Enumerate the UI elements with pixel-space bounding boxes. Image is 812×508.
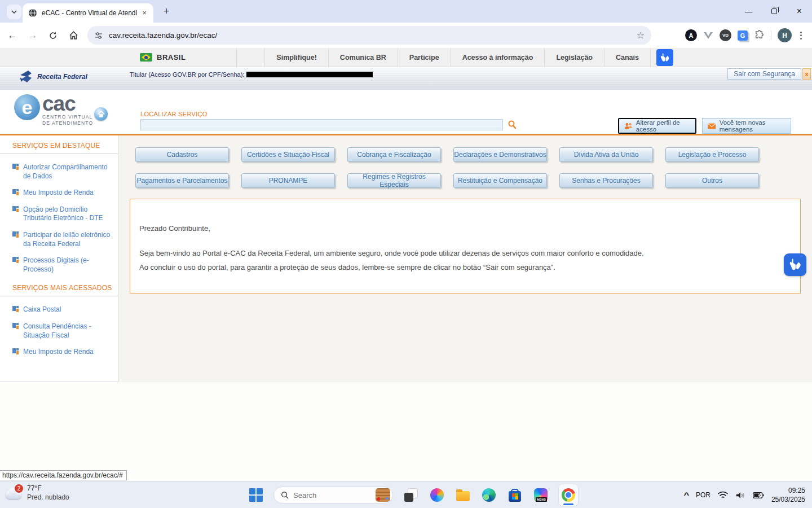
browser-menu-button[interactable]: [798, 29, 804, 42]
tab-close-icon[interactable]: ×: [140, 8, 149, 17]
search-highlight-image[interactable]: [376, 488, 390, 502]
sidebar-item-meu-imposto-renda-2[interactable]: Meu Imposto de Renda: [12, 348, 112, 357]
restore-icon: [771, 8, 777, 14]
home-icon: [69, 30, 78, 40]
category-regimes[interactable]: Regimes e Registros Especiais: [347, 173, 441, 188]
address-bar[interactable]: cav.receita.fazenda.gov.br/ecac/ ☆: [87, 26, 651, 45]
m365-icon: M365: [534, 488, 548, 502]
libras-accessibility-button[interactable]: [656, 49, 673, 66]
service-search-button[interactable]: [506, 119, 518, 131]
sidebar-item-meu-imposto-renda[interactable]: Meu Imposto de Renda: [12, 189, 112, 198]
service-grid-icon: [12, 257, 19, 263]
welcome-greeting: Prezado Contribuinte,: [139, 224, 789, 233]
cloud-icon: 2: [5, 487, 24, 500]
m365-badge: M365: [536, 497, 547, 502]
govbr-link-simplifique[interactable]: Simplifique!: [264, 48, 328, 67]
localizar-servico-input[interactable]: [140, 119, 503, 130]
start-button[interactable]: [249, 488, 263, 502]
taskbar-clock[interactable]: 09:25 25/03/2025: [771, 486, 805, 504]
category-cadastros[interactable]: Cadastros: [135, 147, 229, 162]
new-messages-label: Você tem novas mensagens: [720, 119, 785, 133]
govbr-link-acesso-informacao[interactable]: Acesso à informação: [451, 48, 545, 67]
service-grid-icon: [12, 323, 19, 329]
receita-federal-logo-text: Receita Federal: [37, 73, 87, 81]
back-button[interactable]: ←: [5, 28, 20, 43]
logout-close-button[interactable]: x: [802, 68, 811, 80]
extensions-puzzle-icon[interactable]: [754, 30, 765, 41]
category-senhas[interactable]: Senhas e Procurações: [559, 173, 653, 188]
v-extension-icon[interactable]: [703, 32, 713, 40]
sidebar-item-autorizar-compartilhamento[interactable]: Autorizar Compartilhamento de Dados: [12, 163, 112, 181]
service-grid-icon: [12, 206, 19, 212]
category-pagamentos[interactable]: Pagamentos e Parcelamentos: [135, 173, 229, 188]
browser-tab[interactable]: eCAC - Centro Virtual de Atendi ×: [23, 3, 153, 23]
category-declaracoes[interactable]: Declarações e Demonstrativos: [453, 147, 547, 162]
volume-icon[interactable]: [735, 491, 745, 500]
sidebar-item-label: Consulta Pendências - Situação Fiscal: [23, 322, 112, 340]
service-grid-icon: [12, 189, 19, 195]
close-window-button[interactable]: ×: [787, 0, 812, 23]
sidebar-item-consulta-pendencias[interactable]: Consulta Pendências - Situação Fiscal: [12, 322, 112, 340]
category-cobranca[interactable]: Cobrança e Fiscalização: [347, 147, 441, 162]
new-messages-button[interactable]: Você tem novas mensagens: [702, 118, 791, 134]
receita-federal-emblem-icon: [19, 70, 34, 84]
titular-label: Titular (Acesso GOV.BR por CPF/Senha):: [130, 71, 244, 78]
wifi-icon[interactable]: [718, 491, 728, 499]
ecac-home-button[interactable]: [94, 107, 108, 121]
task-view-button[interactable]: [403, 487, 419, 503]
page-whitespace: [0, 382, 812, 481]
copilot-button[interactable]: [429, 487, 445, 503]
taskbar-search[interactable]: [273, 487, 393, 503]
category-pronampe[interactable]: PRONAMPE: [241, 173, 335, 188]
category-legislacao[interactable]: Legislação e Processo: [665, 147, 759, 162]
microsoft-store-button[interactable]: [507, 487, 523, 503]
home-button[interactable]: [65, 28, 81, 43]
vlibras-button[interactable]: [784, 253, 806, 276]
sidebar-item-label: Participar de leilão eletrônico da Recei…: [23, 231, 112, 248]
tray-expand-button[interactable]: ^: [684, 491, 690, 499]
govbr-brand[interactable]: BRASIL: [140, 48, 237, 67]
search-icon: [507, 120, 517, 130]
govbr-link-participe[interactable]: Participe: [398, 48, 451, 67]
battery-icon[interactable]: [753, 492, 764, 499]
language-indicator[interactable]: POR: [696, 491, 710, 499]
restore-button[interactable]: [761, 0, 787, 23]
category-certidoes[interactable]: Certidões e Situação Fiscal: [241, 147, 335, 162]
chrome-button-active[interactable]: [559, 484, 578, 506]
new-tab-button[interactable]: +: [160, 5, 173, 19]
logout-button[interactable]: Sair com Segurança: [727, 68, 801, 80]
govbr-link-comunicabr[interactable]: Comunica BR: [328, 48, 398, 67]
bookmark-star-icon[interactable]: ☆: [637, 30, 645, 41]
category-outros[interactable]: Outros: [665, 173, 759, 188]
profile-avatar[interactable]: H: [778, 28, 792, 42]
adguard-extension-icon[interactable]: A: [685, 29, 697, 41]
category-restituicao[interactable]: Restituição e Compensação: [453, 173, 547, 188]
status-bar-link: https://cav.receita.fazenda.gov.br/ecac/…: [0, 470, 127, 480]
sidebar-item-leilao-eletronico[interactable]: Participar de leilão eletrônico da Recei…: [12, 231, 112, 248]
sidebar-item-label: Meu Imposto de Renda: [23, 189, 94, 198]
sidebar-item-dte[interactable]: Opção pelo Domicílio Tributário Eletrôni…: [12, 205, 112, 223]
vd-extension-icon[interactable]: VD: [720, 29, 731, 41]
reload-button[interactable]: [45, 28, 61, 43]
sidebar-item-processos-digitais[interactable]: Processos Digitais (e-Processo): [12, 256, 112, 274]
ecac-header-row: e cac CENTRO VIRTUAL DE ATENDIMENTO LOCA…: [0, 90, 812, 134]
taskbar-search-input[interactable]: [293, 491, 361, 500]
category-divida-ativa[interactable]: Dívida Ativa da União: [559, 147, 653, 162]
ecac-subtitle-line1: CENTRO VIRTUAL: [42, 114, 93, 120]
edge-button[interactable]: [481, 487, 497, 503]
taskbar-center: M365: [249, 481, 578, 508]
govbr-link-canais[interactable]: Canais: [604, 48, 651, 67]
tab-search-button[interactable]: [7, 5, 21, 19]
weather-widget[interactable]: 2 77°F Pred. nublado: [5, 484, 69, 502]
titular-info: Titular (Acesso GOV.BR por CPF/Senha):: [130, 71, 373, 78]
translate-extension-icon[interactable]: G: [738, 30, 748, 41]
minimize-button[interactable]: —: [736, 0, 761, 23]
file-explorer-button[interactable]: [455, 487, 471, 503]
govbr-link-legislacao[interactable]: Legislação: [544, 48, 604, 67]
change-profile-button[interactable]: Alterar perfil de acesso: [618, 118, 696, 134]
service-grid-icon: [12, 164, 19, 170]
forward-button[interactable]: →: [25, 28, 41, 43]
m365-copilot-button[interactable]: M365: [533, 487, 549, 503]
browser-titlebar: eCAC - Centro Virtual de Atendi × + — ×: [0, 0, 812, 23]
sidebar-item-caixa-postal[interactable]: Caixa Postal: [12, 305, 112, 314]
